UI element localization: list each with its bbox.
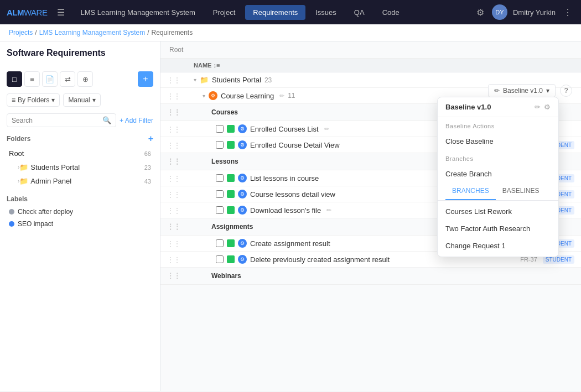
folders-section: Folders + [7, 134, 153, 144]
enrolled-detail-name: Enrolled Course Detail View [250, 141, 340, 149]
edit-icon-course-learning[interactable]: ✏ [279, 92, 284, 100]
label-dot-gray [9, 209, 14, 215]
feature-icon-ll: ⚙ [238, 174, 247, 182]
drag-handle-ecd[interactable]: ⋮⋮ [167, 142, 180, 149]
drag-handle-gl[interactable]: ⋮⋮ [167, 158, 180, 165]
checkbox-dlf[interactable] [216, 206, 224, 214]
nav-item-code[interactable]: Code [375, 5, 407, 20]
breadcrumb-sep2: / [147, 29, 149, 36]
dropdown-title: Baseline v1.0 [445, 103, 491, 111]
manual-label: Manual [68, 96, 90, 104]
search-input[interactable] [12, 117, 102, 124]
nav-right: ⚙ DY Dmitry Yurkin ⋮ [474, 4, 574, 20]
dropdown-settings-icon[interactable]: ⚙ [544, 103, 551, 111]
checkbox-ecd[interactable] [216, 141, 224, 149]
feature-icon-ecl: ⚙ [238, 124, 247, 133]
folder-students-portal[interactable]: › 📁 Students Portal 23 [15, 161, 153, 174]
drag-handle-3[interactable]: ⋮⋮ [167, 108, 180, 116]
group-webinars: ⋮⋮ Webinars [160, 268, 581, 285]
folder-admin-panel[interactable]: › 📁 Admin Panel 43 [15, 175, 153, 187]
checkbox-cld[interactable] [216, 190, 224, 198]
view-icon-diff[interactable]: ⇄ [60, 71, 75, 87]
col-name[interactable]: NAME ↕≡ [187, 59, 581, 72]
page-title-row: Software Requirements [7, 48, 153, 65]
chevron-down-baseline: ▾ [546, 87, 549, 95]
feature-icon-car: ⚙ [238, 239, 247, 248]
drag-handle-cell-2: ⋮⋮ [160, 88, 187, 104]
help-icon[interactable]: ? [560, 85, 572, 97]
settings-icon[interactable]: ⚙ [474, 5, 486, 20]
drag-handle-ecl[interactable]: ⋮⋮ [167, 126, 180, 133]
course-lessons-detail-name: Course lessons detail view [250, 190, 335, 198]
tab-baselines[interactable]: BASELINES [496, 182, 546, 200]
folders-add-icon[interactable]: + [148, 134, 153, 144]
branch-two-factor[interactable]: Two Factor Auth Research [438, 220, 558, 237]
filter-row: ≡ By Folders ▾ Manual ▾ [7, 93, 153, 107]
drag-handle-2[interactable]: ⋮⋮ [167, 92, 180, 100]
view-icon-doc[interactable]: 📄 [42, 71, 58, 87]
chevron-expand-course-learning[interactable]: ▾ [203, 93, 205, 99]
folders-label: Folders [7, 135, 30, 143]
view-icon-grid[interactable]: □ [7, 71, 22, 87]
pencil-icon: ✏ [494, 87, 500, 95]
drag-handle-dar[interactable]: ⋮⋮ [167, 256, 180, 264]
add-filter-button[interactable]: + Add Filter [120, 117, 153, 124]
folder-icon-admin: 📁 [19, 177, 28, 185]
add-button[interactable]: + [138, 71, 153, 87]
dropdown-edit-icon[interactable]: ✏ [535, 103, 541, 111]
list-lessons-name: List lessons in course [250, 174, 319, 182]
folder-root[interactable]: Root 66 [7, 147, 153, 160]
chevron-expand-students[interactable]: ▾ [194, 77, 196, 83]
nav-item-project[interactable]: Project [205, 5, 243, 20]
avatar: DY [492, 4, 507, 20]
checkbox-dar[interactable] [216, 255, 224, 263]
drag-handle-cld[interactable]: ⋮⋮ [167, 191, 180, 198]
manual-filter[interactable]: Manual ▾ [63, 93, 100, 107]
drag-handle-gw[interactable]: ⋮⋮ [167, 272, 180, 280]
root-folder-count: 66 [144, 150, 151, 157]
view-icon-circle[interactable]: ⊕ [77, 71, 93, 87]
dropdown-header-actions: ✏ ⚙ [535, 103, 551, 111]
label-name-1: Check after deploy [18, 208, 73, 216]
nav-item-requirements[interactable]: Requirements [245, 5, 305, 20]
priority-icon-ecd [227, 141, 235, 149]
close-baseline-item[interactable]: Close Baseline [438, 133, 558, 150]
tab-branches[interactable]: BRANCHES [445, 182, 496, 200]
create-branch-item[interactable]: Create Branch [438, 165, 558, 182]
drag-handle-ll[interactable]: ⋮⋮ [167, 175, 180, 182]
baseline-actions-label: Baseline Actions [438, 119, 558, 133]
download-lesson-name: Download lesson's file [250, 206, 321, 215]
drag-handle-car[interactable]: ⋮⋮ [167, 240, 180, 248]
by-folders-filter[interactable]: ≡ By Folders ▾ [7, 93, 60, 107]
label-check-after-deploy[interactable]: Check after deploy [7, 206, 153, 217]
breadcrumb-projects[interactable]: Projects [9, 29, 33, 36]
folder-icon-students: 📁 [19, 163, 28, 171]
app-logo: ALMWARE [7, 8, 47, 17]
checkbox-ecl[interactable] [216, 125, 224, 133]
branch-courses-rework[interactable]: Courses List Rework [438, 203, 558, 220]
col-drag [160, 59, 187, 72]
baseline-button[interactable]: ✏ Baseline v1.0 ▾ [488, 84, 556, 97]
drag-handle-dlf[interactable]: ⋮⋮ [167, 207, 180, 215]
search-box[interactable]: 🔍 [7, 113, 116, 127]
edit-icon-dlf[interactable]: ✏ [326, 207, 331, 214]
checkbox-car[interactable] [216, 239, 224, 247]
filter-icon: ≡ [12, 96, 15, 104]
breadcrumb-lms[interactable]: LMS Learning Management System [39, 29, 145, 36]
branch-change-request[interactable]: Change Request 1 [438, 237, 558, 254]
top-navigation: ALMWARE ☰ LMS Learning Management System… [0, 0, 581, 24]
search-icon: 🔍 [102, 116, 111, 124]
nav-item-qa[interactable]: QA [346, 5, 372, 20]
nav-item-issues[interactable]: Issues [308, 5, 344, 20]
more-icon[interactable]: ⋮ [561, 5, 574, 20]
drag-handle-ga[interactable]: ⋮⋮ [167, 223, 180, 231]
menu-icon[interactable]: ☰ [54, 4, 68, 21]
drag-handle[interactable]: ⋮⋮ [167, 76, 180, 84]
checkbox-ll[interactable] [216, 174, 224, 182]
drag-handle-ecd: ⋮⋮ [160, 137, 187, 153]
edit-icon-ecl[interactable]: ✏ [324, 126, 329, 133]
label-seo-impact[interactable]: SEO impact [7, 218, 153, 229]
drag-handle-group-lessons: ⋮⋮ [160, 153, 187, 170]
baseline-label: Baseline v1.0 [503, 87, 543, 95]
view-icon-list[interactable]: ≡ [24, 71, 40, 87]
